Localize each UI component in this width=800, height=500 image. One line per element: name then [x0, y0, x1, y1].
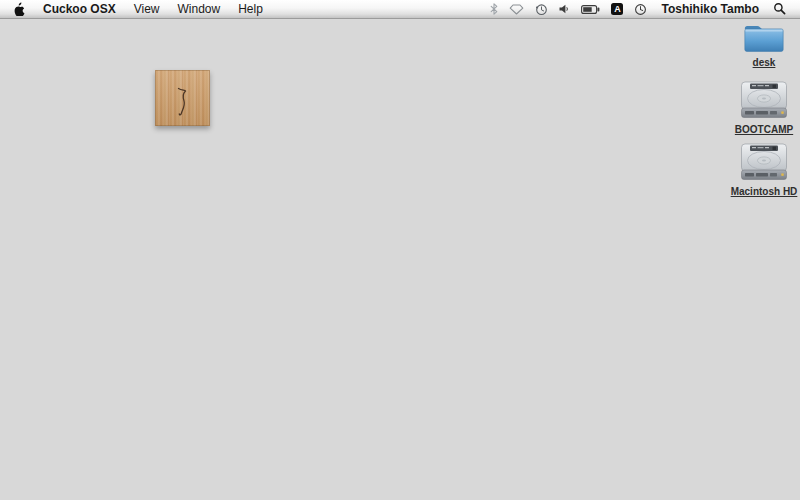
desktop-icon-bootcamp-drive[interactable]: BOOTCAMP — [726, 79, 800, 135]
desktop-icon-label: desk — [753, 57, 776, 68]
bluetooth-icon — [490, 3, 498, 15]
user-switch-menu[interactable]: Toshihiko Tambo — [657, 2, 763, 16]
hand-drawn-squiggle-icon — [171, 86, 193, 120]
diamond-icon — [509, 4, 524, 15]
time-machine-icon — [535, 3, 548, 16]
input-source-menu-extra[interactable]: A — [610, 0, 624, 18]
desktop-icon-label: BOOTCAMP — [735, 124, 793, 135]
menu-window[interactable]: Window — [168, 2, 229, 16]
menu-help[interactable]: Help — [229, 2, 272, 16]
diamond-menu-extra[interactable] — [508, 0, 525, 18]
app-menu-title[interactable]: Cuckoo OSX — [34, 2, 125, 16]
desktop-icon-macintosh-hd-drive[interactable]: Macintosh HD — [726, 141, 800, 197]
battery-icon — [581, 5, 600, 14]
desktop-icon-label: Macintosh HD — [731, 186, 798, 197]
battery-menu-extra[interactable] — [580, 0, 601, 18]
bluetooth-menu-extra[interactable] — [489, 0, 499, 18]
hard-drive-icon — [740, 141, 788, 183]
hard-drive-icon — [740, 79, 788, 121]
input-source-icon: A — [611, 3, 623, 15]
apple-logo-icon — [13, 2, 25, 16]
volume-icon — [559, 4, 570, 14]
clock-menu-extra[interactable] — [633, 0, 648, 18]
time-machine-menu-extra[interactable] — [534, 0, 549, 18]
spotlight-menu[interactable] — [772, 0, 788, 18]
desktop-icon-desk-folder[interactable]: desk — [726, 21, 800, 68]
menu-bar: Cuckoo OSX View Window Help — [0, 0, 800, 19]
folder-icon — [741, 21, 787, 54]
spotlight-icon — [773, 2, 787, 16]
clock-icon — [634, 3, 647, 16]
menu-view[interactable]: View — [125, 2, 169, 16]
volume-menu-extra[interactable] — [558, 0, 571, 18]
cuckoo-wood-tile-window[interactable] — [155, 70, 210, 126]
apple-menu[interactable] — [13, 0, 34, 18]
